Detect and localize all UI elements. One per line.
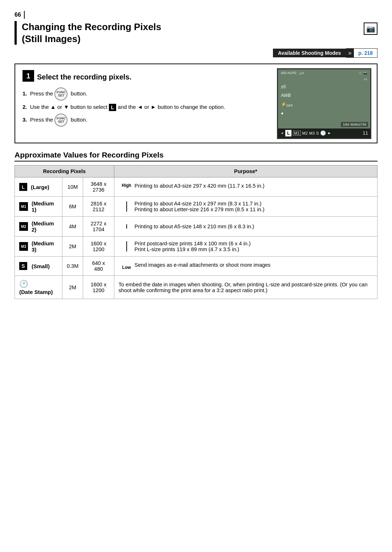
- step2: 2. Use the ▲ or ▼ button to select L and…: [23, 103, 264, 111]
- row-m2-res: 2272 x 1704: [83, 217, 114, 237]
- modes-arrow-icon: »: [346, 48, 354, 58]
- section1-left: 1 Select the recording pixels. 1. Press …: [15, 64, 271, 143]
- camera-lcd: ISO AUTO △A □ 📷 ▭ ±0 AWB ⚡OFF ●: [277, 68, 371, 139]
- row-m3-purpose: Print postcard-size prints 148 x 100 mm …: [114, 237, 377, 257]
- row-s-icon-name: S (Small): [15, 257, 62, 276]
- m3-arrow-col: [119, 241, 135, 252]
- camera-icon: 📷: [366, 24, 375, 33]
- camera-icon-box: 📷: [364, 23, 377, 35]
- s-purpose-text: Send images as e-mail attachments or sho…: [135, 262, 271, 270]
- name-m1: (Medium 1): [32, 200, 58, 213]
- high-low-arrow: High: [119, 183, 135, 191]
- page-num-text: 66: [15, 12, 21, 18]
- m2-purpose-text: Printing to about A5-size 148 x 210 mm (…: [135, 224, 254, 229]
- page-number: 66: [15, 11, 377, 19]
- quality-arrow-col: High: [119, 183, 135, 191]
- lcd-arrow-right: ►: [327, 131, 331, 135]
- lcd-m3: M3: [309, 131, 315, 135]
- m2-arrow: [119, 224, 135, 229]
- chapter-title: Changing the Recording Pixels (Still Ima…: [22, 21, 161, 45]
- row-large-mp: 10M: [62, 177, 83, 197]
- label-low: Low: [122, 265, 131, 270]
- table-row: M1 (Medium 1) 6M 2816 x 2112: [15, 197, 377, 217]
- func-btn-1[interactable]: FUNCSET: [54, 87, 68, 101]
- row-s-mp: 0.3M: [62, 257, 83, 276]
- step-number: 1: [23, 70, 34, 82]
- row-m2-mp: 4M: [62, 217, 83, 237]
- step1: 1. Press the FUNCSET button.: [23, 87, 264, 101]
- arrow-line-m1: [126, 201, 127, 212]
- m3-purpose-text: Print postcard-size prints 148 x 100 mm …: [135, 241, 251, 252]
- name-large: (Large): [31, 184, 49, 190]
- lcd-l-selected: L: [285, 130, 291, 136]
- large-purpose-text: Printing to about A3-size 297 x 420 mm (…: [135, 183, 265, 191]
- m1-arrow: [119, 201, 135, 212]
- row-m3-icon-name: M3 (Medium 3): [15, 237, 62, 257]
- icon-m2: M2: [19, 222, 28, 231]
- icon-m1: M1: [19, 202, 28, 211]
- section1-right: ISO AUTO △A □ 📷 ▭ ±0 AWB ⚡OFF ●: [271, 64, 377, 143]
- row-large-purpose: High Printing to about A3-size 297 x 420…: [114, 177, 377, 197]
- icon-l: L: [19, 183, 27, 191]
- row-date-purpose: To embed the date in images when shootin…: [114, 276, 377, 299]
- lcd-arrow-left: ◄: [280, 131, 284, 135]
- lcd-info-bar: 10M 3648x2736: [341, 122, 368, 127]
- icon-m3: M3: [19, 242, 28, 251]
- arrow-line-m3: [126, 241, 127, 252]
- label-high: High: [122, 183, 131, 188]
- lcd-left-icons: ±0 AWB ⚡OFF ●: [281, 82, 293, 118]
- page-divider: [24, 11, 25, 19]
- row-m1-mp: 6M: [62, 197, 83, 217]
- row-date-mp: 2M: [62, 276, 83, 299]
- lcd-m2: M2: [302, 131, 308, 135]
- table-row: L (Large) 10M 3648 x 2736 High: [15, 177, 377, 197]
- section1-container: 1 Select the recording pixels. 1. Press …: [15, 64, 377, 143]
- lcd-top-left-icons: ISO AUTO △A: [281, 71, 304, 75]
- lcd-count: 11: [363, 130, 368, 136]
- table-row: M2 (Medium 2) 4M 2272 x 1704: [15, 217, 377, 237]
- lcd-mode-icon: ▭: [364, 77, 367, 81]
- lcd-m1: M1: [293, 131, 301, 136]
- s-arrow-col: Low: [119, 262, 135, 270]
- th-purpose: Purpose*: [114, 165, 377, 177]
- row-large-res: 3648 x 2736: [83, 177, 114, 197]
- lcd-top-right-icons: □ 📷: [359, 71, 367, 75]
- approx-section: Approximate Values for Recording Pixels …: [15, 151, 377, 299]
- row-m3-mp: 2M: [62, 237, 83, 257]
- row-m2-icon-name: M2 (Medium 2): [15, 217, 62, 237]
- chapter-header: Changing the Recording Pixels (Still Ima…: [15, 21, 377, 45]
- icon-datestamp: 🕐: [19, 279, 28, 288]
- step-body: 1. Press the FUNCSET button. 2. Use the …: [23, 87, 264, 127]
- row-m1-icon-name: M1 (Medium 1): [15, 197, 62, 217]
- row-m2-purpose: Printing to about A5-size 148 x 210 mm (…: [114, 217, 377, 237]
- arrow-line-m2: [126, 224, 127, 229]
- row-m3-res: 1600 x 1200: [83, 237, 114, 257]
- func-btn-3[interactable]: FUNCSET: [54, 114, 68, 127]
- row-m1-purpose: Printing to about A4-size 210 x 297 mm (…: [114, 197, 377, 217]
- row-date-icon-name: 🕐 (Date Stamp): [15, 276, 62, 299]
- date-purpose-text: To embed the date in images when shootin…: [119, 282, 373, 293]
- table-row: 🕐 (Date Stamp) 2M 1600 x 1200 To embed t…: [15, 276, 377, 299]
- name-m2: (Medium 2): [32, 220, 58, 233]
- s-arrow: Low: [119, 262, 135, 270]
- name-s: (Small): [32, 263, 50, 269]
- step-heading: 1 Select the recording pixels.: [23, 70, 264, 84]
- row-date-res: 1600 x 1200: [83, 276, 114, 299]
- m1-purpose-text: Printing to about A4-size 210 x 297 mm (…: [135, 201, 265, 212]
- approx-title: Approximate Values for Recording Pixels: [15, 151, 377, 161]
- lcd-datestamp: 🕐: [320, 130, 326, 136]
- l-badge-inline: L: [109, 104, 116, 111]
- pixels-table: Recording Pixels Purpose* L (Large): [15, 165, 377, 299]
- row-large-icon-name: L (Large): [15, 177, 62, 197]
- lcd-s: S: [316, 131, 319, 135]
- th-recording-pixels: Recording Pixels: [15, 165, 114, 177]
- table-row: M3 (Medium 3) 2M 1600 x 1200: [15, 237, 377, 257]
- m1-arrow-col: [119, 201, 135, 212]
- modes-label: Available Shooting Modes: [273, 49, 346, 57]
- row-s-res: 640 x 480: [83, 257, 114, 276]
- modes-bar: Available Shooting Modes » p. 218: [15, 48, 377, 58]
- step-heading-text: Select the recording pixels.: [37, 73, 131, 81]
- m3-arrow: [119, 241, 135, 252]
- name-m3: (Medium 3): [32, 240, 58, 253]
- row-s-purpose: Low Send images as e-mail attachments or…: [114, 257, 377, 276]
